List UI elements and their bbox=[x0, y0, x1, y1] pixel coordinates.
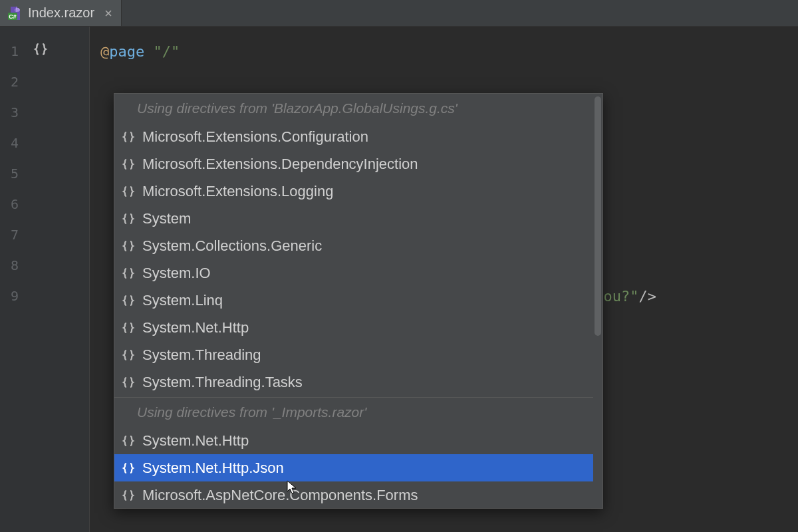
scrollbar-thumb[interactable] bbox=[595, 96, 601, 336]
autocomplete-item[interactable]: System.Linq bbox=[114, 287, 593, 314]
namespace-icon bbox=[121, 434, 136, 448]
namespace-icon bbox=[121, 266, 136, 281]
namespace-icon bbox=[121, 461, 136, 475]
tab-index-razor[interactable]: C# @ Index.razor bbox=[0, 0, 122, 26]
namespace-icon bbox=[121, 211, 136, 226]
namespace-icon bbox=[33, 42, 48, 61]
autocomplete-item-label: System.Net.Http.Json bbox=[142, 460, 284, 477]
autocomplete-item-label: Microsoft.AspNetCore.Components.Forms bbox=[142, 487, 418, 504]
autocomplete-popup: Using directives from 'BlazorApp.GlobalU… bbox=[114, 93, 603, 509]
namespace-icon bbox=[121, 157, 136, 172]
popup-scrollbar[interactable] bbox=[593, 94, 602, 508]
razor-at-token: @ bbox=[100, 43, 109, 60]
autocomplete-group-header: Using directives from '_Imports.razor' bbox=[114, 398, 593, 427]
namespace-icon bbox=[121, 321, 136, 335]
line-number: 8 bbox=[11, 250, 19, 281]
autocomplete-item[interactable]: System.Threading.Tasks bbox=[114, 368, 593, 396]
namespace-icon bbox=[121, 130, 136, 144]
line-number: 7 bbox=[11, 219, 19, 250]
namespace-icon bbox=[121, 488, 136, 503]
autocomplete-item[interactable]: System bbox=[114, 205, 593, 232]
namespace-icon bbox=[121, 184, 136, 199]
line-number: 2 bbox=[11, 66, 19, 97]
autocomplete-item-label: System.Threading.Tasks bbox=[142, 374, 303, 391]
autocomplete-item-label: System.Net.Http bbox=[142, 319, 249, 336]
line-number: 5 bbox=[11, 158, 19, 189]
autocomplete-item[interactable]: System.Net.Http bbox=[114, 314, 593, 341]
namespace-icon bbox=[121, 239, 136, 253]
line-number: 6 bbox=[11, 189, 19, 219]
autocomplete-item[interactable]: System.Net.Http.Json bbox=[114, 454, 593, 481]
razor-directive-token: page bbox=[109, 43, 144, 60]
autocomplete-group-header: Using directives from 'BlazorApp.GlobalU… bbox=[114, 94, 593, 123]
string-token: "/" bbox=[153, 43, 180, 60]
line-number-gutter: 1 2 3 4 5 6 7 8 9 bbox=[0, 27, 29, 532]
line-number: 3 bbox=[11, 97, 19, 128]
autocomplete-item-label: Microsoft.Extensions.Logging bbox=[142, 183, 333, 200]
autocomplete-item[interactable]: System.Threading bbox=[114, 341, 593, 368]
svg-text:C#: C# bbox=[9, 13, 17, 20]
line-number: 1 bbox=[11, 36, 19, 66]
autocomplete-item-label: System.Threading bbox=[142, 346, 261, 364]
code-line[interactable]: @page "/" bbox=[90, 36, 798, 66]
namespace-icon bbox=[121, 293, 136, 308]
autocomplete-item[interactable]: System.IO bbox=[114, 259, 593, 287]
autocomplete-item-label: System.Net.Http bbox=[142, 432, 249, 450]
autocomplete-item[interactable]: System.Collections.Generic bbox=[114, 232, 593, 259]
namespace-icon bbox=[121, 375, 136, 390]
autocomplete-item-label: System.IO bbox=[142, 265, 211, 282]
namespace-icon bbox=[121, 348, 136, 362]
csharp-razor-file-icon: C# @ bbox=[7, 5, 23, 21]
autocomplete-item[interactable]: Microsoft.AspNetCore.Components.Forms bbox=[114, 481, 593, 508]
code-area[interactable]: @page "/" king for you?"/> Using directi… bbox=[89, 27, 798, 532]
autocomplete-list[interactable]: Using directives from 'BlazorApp.GlobalU… bbox=[114, 94, 593, 508]
svg-text:@: @ bbox=[15, 7, 20, 13]
autocomplete-item-label: Microsoft.Extensions.DependencyInjection bbox=[142, 156, 418, 173]
tag-close-token: /> bbox=[638, 288, 656, 305]
autocomplete-item-label: System.Collections.Generic bbox=[142, 237, 322, 255]
autocomplete-item-label: System.Linq bbox=[142, 292, 223, 309]
autocomplete-item[interactable]: System.Net.Http bbox=[114, 427, 593, 454]
fold-gutter bbox=[29, 27, 89, 532]
autocomplete-item[interactable]: Microsoft.Extensions.Logging bbox=[114, 178, 593, 205]
close-icon[interactable] bbox=[102, 7, 114, 19]
line-number: 4 bbox=[11, 128, 19, 158]
autocomplete-item[interactable]: Microsoft.Extensions.DependencyInjection bbox=[114, 150, 593, 178]
line-number: 9 bbox=[11, 281, 19, 311]
editor: 1 2 3 4 5 6 7 8 9 @page "/" bbox=[0, 27, 798, 532]
autocomplete-item[interactable]: Microsoft.Extensions.Configuration bbox=[114, 123, 593, 150]
tab-bar: C# @ Index.razor bbox=[0, 0, 798, 27]
autocomplete-item-label: Microsoft.Extensions.Configuration bbox=[142, 128, 368, 146]
tab-label: Index.razor bbox=[28, 5, 94, 21]
autocomplete-item-label: System bbox=[142, 210, 191, 227]
